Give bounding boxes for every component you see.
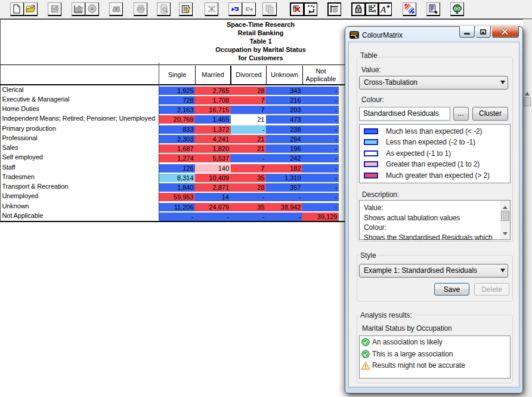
svg-text:GO: GO: [454, 6, 460, 10]
svg-text:A: A: [380, 5, 386, 14]
